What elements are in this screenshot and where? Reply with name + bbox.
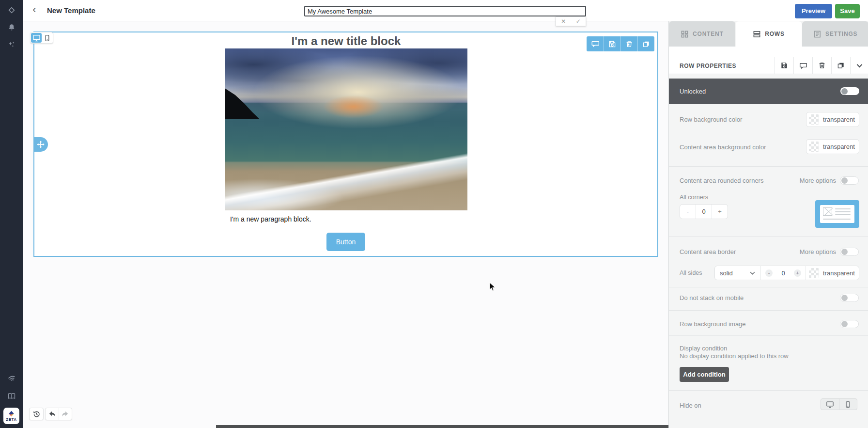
row-comment-button[interactable]: [587, 36, 604, 51]
undo-button[interactable]: [46, 408, 59, 420]
paragraph-block[interactable]: I'm a new paragraph block.: [230, 215, 311, 223]
decrease-button[interactable]: -: [765, 269, 773, 277]
increase-button[interactable]: +: [794, 269, 801, 277]
rounded-corners-label: Content area rounded corners: [680, 177, 763, 184]
content-bg-color-chip[interactable]: transparent: [806, 139, 859, 154]
row-save-button[interactable]: [604, 36, 620, 51]
comment-icon: [799, 62, 807, 70]
next-row-edge: [216, 425, 668, 428]
row-bg-color-chip[interactable]: transparent: [806, 112, 859, 127]
row-properties-header: ROW PROPERTIES: [669, 57, 868, 74]
row-delete-button[interactable]: [620, 36, 637, 51]
border-color-value: transparent: [823, 269, 855, 277]
decrease-button[interactable]: -: [680, 205, 696, 219]
brand-diamond-icon[interactable]: [7, 6, 16, 15]
tab-rows[interactable]: ROWS: [736, 21, 802, 47]
section-divider: [669, 390, 868, 391]
row-action-toolbar: [587, 36, 654, 51]
comment-icon: [591, 40, 599, 48]
settings-doc-icon: [813, 30, 822, 38]
corner-radius-value: 0: [696, 205, 712, 219]
delete-row-button[interactable]: [812, 57, 831, 74]
hide-on-label: Hide on: [680, 402, 701, 409]
content-bg-color-label: Content area background color: [680, 143, 766, 151]
save-row-button[interactable]: [775, 57, 793, 74]
mobile-icon: [844, 400, 852, 409]
notifications-bell-icon[interactable]: [7, 23, 16, 32]
signal-icon[interactable]: [7, 373, 16, 382]
section-divider: [669, 134, 868, 134]
section-divider: [669, 166, 868, 167]
sparkles-icon[interactable]: [7, 40, 16, 49]
redo-button[interactable]: [59, 408, 72, 420]
increase-button[interactable]: +: [712, 205, 728, 219]
page-title: New Template: [47, 6, 95, 15]
lock-state-bar: Unlocked: [669, 79, 868, 104]
stack-mobile-toggle[interactable]: [840, 294, 859, 302]
section-divider: [669, 287, 868, 287]
tab-content[interactable]: CONTENT: [669, 21, 735, 47]
history-button[interactable]: [29, 408, 44, 420]
device-preview-toggle: [30, 32, 53, 44]
row-duplicate-button[interactable]: [637, 36, 654, 51]
stack-mobile-label: Do not stack on mobile: [680, 294, 744, 301]
trash-icon: [818, 62, 826, 69]
cliff-silhouette: [225, 88, 260, 119]
redo-icon: [61, 410, 69, 418]
chevron-down-icon: [749, 270, 756, 276]
save-button[interactable]: Save: [835, 4, 860, 18]
back-button[interactable]: ‹: [28, 3, 41, 17]
copy-icon: [837, 62, 845, 69]
tabbar-underlay: [669, 47, 868, 57]
mobile-icon: [44, 34, 51, 42]
docs-book-icon[interactable]: [7, 392, 16, 400]
lock-toggle[interactable]: [840, 87, 859, 95]
add-condition-button[interactable]: Add condition: [680, 367, 729, 382]
border-width-value: 0: [781, 269, 785, 277]
hide-on-mobile-button[interactable]: [839, 399, 857, 410]
transparent-swatch: [809, 268, 819, 278]
panel-tabs: CONTENT ROWS SETTINGS: [669, 21, 868, 47]
all-corners-label: All corners: [680, 194, 708, 201]
all-sides-label: All sides: [680, 269, 702, 276]
editor-canvas: I'm a new title block I'm a new paragrap…: [23, 21, 668, 428]
content-border-label: Content area border: [680, 248, 736, 255]
unlocked-label: Unlocked: [680, 88, 706, 95]
section-divider: [669, 310, 868, 311]
border-more-options-toggle[interactable]: [840, 248, 859, 256]
mobile-view-button[interactable]: [42, 33, 52, 43]
beach-image-block[interactable]: [225, 48, 467, 210]
tab-settings[interactable]: SETTINGS: [802, 21, 868, 47]
app-sidebar: ZETA: [0, 0, 23, 428]
rows-icon: [753, 30, 761, 38]
display-condition-status: No display condition applied to this row: [680, 352, 789, 360]
rounded-more-options-toggle[interactable]: [840, 176, 859, 185]
comment-row-button[interactable]: [793, 57, 812, 74]
mouse-cursor: [489, 282, 498, 292]
undo-icon: [48, 410, 56, 418]
desktop-icon: [32, 34, 41, 42]
border-color-chip[interactable]: transparent: [806, 266, 859, 280]
preview-button[interactable]: Preview: [795, 4, 832, 18]
move-icon: [36, 140, 45, 149]
header-divider: [40, 4, 40, 17]
email-template-editor: ZETA ‹ New Template ✕ ✓ Preview Save: [0, 0, 868, 428]
row-properties-title: ROW PROPERTIES: [680, 63, 736, 69]
desktop-view-button[interactable]: [31, 33, 42, 43]
duplicate-row-button[interactable]: [831, 57, 850, 74]
border-style-select[interactable]: solid: [715, 266, 760, 280]
row-bg-image-toggle[interactable]: [840, 320, 859, 328]
collapse-panel-button[interactable]: [850, 57, 868, 74]
zeta-logo[interactable]: ZETA: [3, 408, 19, 424]
hide-on-desktop-button[interactable]: [821, 399, 839, 410]
button-block[interactable]: Button: [326, 233, 365, 251]
row-drag-handle[interactable]: [33, 137, 48, 152]
border-controls-group: solid - 0 + transparent: [714, 266, 859, 280]
undo-redo-group: [45, 408, 72, 420]
tab-content-label: CONTENT: [693, 31, 724, 37]
title-block[interactable]: I'm a new title block: [225, 34, 467, 48]
cancel-icon[interactable]: ✕: [556, 17, 571, 26]
confirm-icon[interactable]: ✓: [571, 17, 586, 26]
template-name-input[interactable]: [304, 6, 586, 16]
properties-panel: CONTENT ROWS SETTINGS ROW PROPERTIES: [668, 0, 868, 428]
